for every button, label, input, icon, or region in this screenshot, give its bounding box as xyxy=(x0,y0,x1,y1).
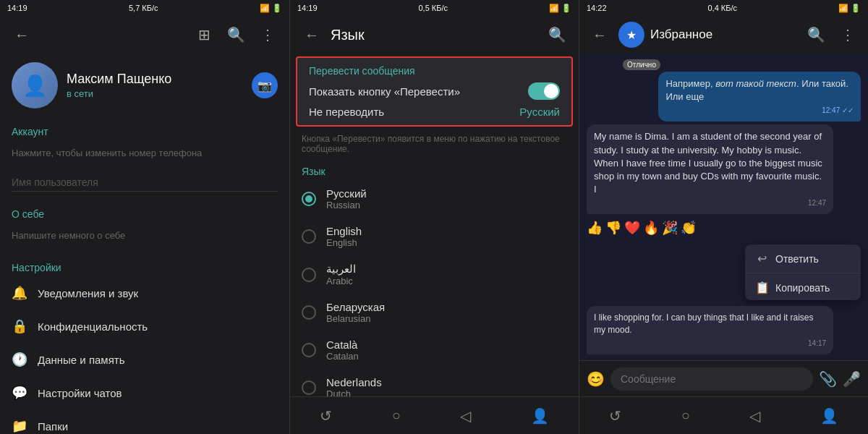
grid-icon-1[interactable]: ⊞ xyxy=(191,22,217,48)
message-input[interactable] xyxy=(610,367,813,391)
nav-recent-3[interactable]: ↺ xyxy=(603,401,627,430)
lang-arabic[interactable]: العربية Arabic xyxy=(290,255,579,294)
lang-dutch[interactable]: Nederlands Dutch xyxy=(290,369,579,396)
profile-status: в сети xyxy=(67,88,243,99)
translate-toggle-row: Показать кнопку «Перевести» xyxy=(309,82,560,100)
lang-text-english: English English xyxy=(326,225,362,248)
no-translate-row: Не переводить Русский xyxy=(309,106,560,118)
lang-text-arabic: العربية Arabic xyxy=(326,263,356,286)
lang-name-russian: Русский xyxy=(326,187,367,200)
lang-catalan[interactable]: Català Catalan xyxy=(290,331,579,369)
settings-notifications[interactable]: 🔔 Уведомления и звук xyxy=(0,276,289,310)
msg-outgoing-1: Например, вот такой текст. Или такой. Ил… xyxy=(658,72,861,122)
translate-hint: Кнопка «Перевести» появится в меню по на… xyxy=(290,129,579,160)
nav-recent-2[interactable]: ↺ xyxy=(314,401,338,430)
radio-dutch xyxy=(302,380,316,395)
lang-text-catalan: Català Catalan xyxy=(326,339,359,362)
msg-group-1: Отлично Например, вот такой текст. Или т… xyxy=(623,59,861,122)
about-hint: Напишите немного о себе xyxy=(12,230,278,241)
msg-time-2: 12:47 xyxy=(594,198,826,208)
translate-toggle[interactable] xyxy=(528,82,560,100)
nav-home-2[interactable]: ○ xyxy=(386,401,407,430)
chats-label: Настройки чатов xyxy=(38,387,122,399)
chat-input-bar: 😊 📎 🎤 xyxy=(579,360,868,396)
nav-home-3[interactable]: ○ xyxy=(676,401,696,430)
emoji-thumbsdown[interactable]: 👎 xyxy=(605,220,621,236)
status-icons-2: 📶 🔋 xyxy=(549,4,571,13)
emoji-clap[interactable]: 👏 xyxy=(681,220,697,236)
nav-back-2[interactable]: ◁ xyxy=(454,401,477,430)
chat-search-button[interactable]: 🔍 xyxy=(803,22,829,48)
context-menu: ↩ Ответить 📋 Копировать ↪ Переслать 📌 За… xyxy=(745,244,861,300)
settings-privacy[interactable]: 🔒 Конфиденциальность xyxy=(0,310,289,343)
username-placeholder: Имя пользователя xyxy=(12,176,278,192)
voice-button[interactable]: 🎤 xyxy=(843,370,861,388)
lang-text-russian: Русский Russian xyxy=(326,187,367,210)
settings-label: Настройки xyxy=(0,253,289,276)
settings-data[interactable]: 🕐 Данные и память xyxy=(0,343,289,376)
bottom-nav-3: ↺ ○ ◁ 👤 xyxy=(579,396,868,434)
context-reply[interactable]: ↩ Ответить xyxy=(745,244,861,273)
emoji-fire[interactable]: 🔥 xyxy=(643,220,659,236)
radio-russian xyxy=(302,192,316,206)
nav-back-3[interactable]: ◁ xyxy=(744,401,766,430)
chat-title-group: Избранное xyxy=(650,27,797,42)
phone-field[interactable]: Нажмите, чтобы изменить номер телефона xyxy=(0,142,289,171)
status-time-2: 14:19 xyxy=(297,4,318,12)
panel-settings: 14:19 5,7 КБ/с 📶 🔋 ← ⊞ 🔍 ⋮ 👤 Максим Паще… xyxy=(0,0,289,434)
back-button-3[interactable]: ← xyxy=(587,22,613,48)
phone-hint: Нажмите, чтобы изменить номер телефона xyxy=(12,148,278,158)
lang-english[interactable]: English English xyxy=(290,218,579,255)
status-time-3: 14:22 xyxy=(587,4,607,12)
settings-chats[interactable]: 💬 Настройки чатов xyxy=(0,376,289,409)
lang-text-dutch: Nederlands Dutch xyxy=(326,376,382,396)
language-title: Язык xyxy=(331,27,538,43)
radio-arabic xyxy=(302,268,316,282)
avatar: 👤 xyxy=(12,62,58,109)
privacy-icon: 🔒 xyxy=(12,318,27,334)
more-button-1[interactable]: ⋮ xyxy=(255,22,281,48)
chat-messages: Отлично Например, вот такой текст. Или т… xyxy=(579,54,868,360)
attach-button[interactable]: 📎 xyxy=(819,370,837,388)
chat-avatar: ★ xyxy=(618,22,644,48)
status-speed-1: 5,7 КБ/с xyxy=(129,4,158,12)
app-bar-1: ← ⊞ 🔍 ⋮ xyxy=(0,16,289,54)
status-time-1: 14:19 xyxy=(7,4,27,12)
lang-native-belarusian: Belarusian xyxy=(326,313,385,324)
search-button-2[interactable]: 🔍 xyxy=(544,22,570,48)
privacy-label: Конфиденциальность xyxy=(38,320,148,333)
status-speed-3: 0,4 КБ/с xyxy=(707,4,737,12)
back-button-2[interactable]: ← xyxy=(299,22,325,48)
profile-name: Максим Пащенко xyxy=(67,72,243,87)
show-translate-label: Показать кнопку «Перевести» xyxy=(309,85,460,98)
about-field[interactable]: Напишите немного о себе xyxy=(0,224,289,253)
msg-text-3: I like shopping for. I can buy things th… xyxy=(594,312,814,335)
chat-more-button[interactable]: ⋮ xyxy=(835,22,861,48)
nav-user-3[interactable]: 👤 xyxy=(814,401,844,430)
back-button-1[interactable]: ← xyxy=(9,22,35,48)
no-translate-value: Русский xyxy=(519,106,560,118)
lang-native-catalan: Catalan xyxy=(326,351,359,362)
username-field[interactable]: Имя пользователя xyxy=(0,171,289,200)
lang-belarusian[interactable]: Беларуская Belarusian xyxy=(290,294,579,331)
emoji-party[interactable]: 🎉 xyxy=(662,220,678,236)
data-icon: 🕐 xyxy=(12,352,27,367)
folders-label: Папки xyxy=(38,420,68,433)
status-speed-2: 0,5 КБ/с xyxy=(418,4,448,12)
camera-button[interactable]: 📷 xyxy=(252,72,278,98)
radio-inner-russian xyxy=(305,195,312,203)
radio-english xyxy=(302,229,316,244)
msg-text-1: Например, вот такой текст. Или такой. Ил… xyxy=(665,78,848,102)
lang-russian[interactable]: Русский Russian xyxy=(290,180,579,218)
emoji-heart[interactable]: ❤️ xyxy=(624,220,640,236)
search-button-1[interactable]: 🔍 xyxy=(223,22,249,48)
lang-name-dutch: Nederlands xyxy=(326,376,382,388)
chat-title: Избранное xyxy=(650,27,797,42)
context-copy[interactable]: 📋 Копировать xyxy=(745,273,861,300)
settings-folders[interactable]: 📁 Папки xyxy=(0,409,289,434)
status-icons-1: 📶 🔋 xyxy=(260,4,282,13)
nav-user-2[interactable]: 👤 xyxy=(525,401,555,430)
emoji-thumbsup[interactable]: 👍 xyxy=(587,220,603,236)
lang-name-belarusian: Беларуская xyxy=(326,301,385,313)
emoji-button[interactable]: 😊 xyxy=(587,370,605,388)
